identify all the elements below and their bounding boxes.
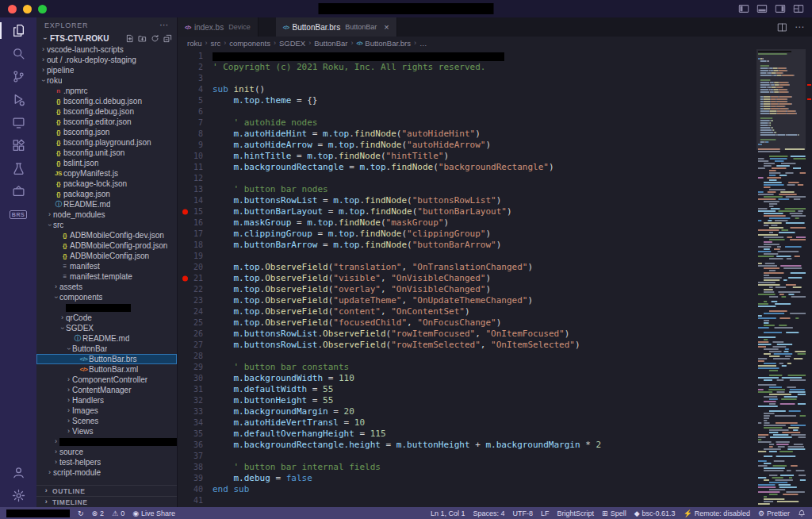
line-number[interactable]: 16 — [178, 217, 213, 229]
line-number[interactable]: 22 — [178, 284, 213, 295]
tree-item-redacted[interactable] — [36, 302, 177, 313]
status-prettier[interactable]: ⚙Prettier — [758, 509, 790, 517]
tree-item-qrcode[interactable]: ›qrCode — [36, 313, 177, 323]
layout-grid-icon[interactable] — [793, 3, 804, 14]
tree-item-bsconfig-debug-json[interactable]: {}bsconfig.debug.json — [36, 106, 177, 117]
line-number[interactable]: 12 — [178, 173, 213, 184]
line-number[interactable]: 14 — [178, 195, 213, 206]
line-number[interactable]: 25 — [178, 317, 213, 329]
project-root-row[interactable]: › FTS-CTV-ROKU — [36, 33, 177, 44]
line-number[interactable]: 34 — [178, 417, 213, 429]
tree-item-buttonbar[interactable]: ›ButtonBar — [36, 344, 177, 354]
line-number[interactable]: 5 — [178, 95, 213, 106]
breadcrumb-roku[interactable]: roku — [187, 39, 201, 48]
line-number[interactable]: 7 — [178, 117, 213, 129]
tree-item-adbmobileconfig-dev-json[interactable]: {}ADBMobileConfig-dev.json — [36, 230, 177, 240]
tree-item-components[interactable]: ›components — [36, 292, 177, 302]
tree-item-adbmobileconfig-json[interactable]: {}ADBMobileConfig.json — [36, 251, 177, 261]
status-remote-disabled[interactable]: ⚡Remote: disabled — [684, 509, 750, 517]
activity-run-debug[interactable] — [0, 88, 36, 111]
status-2[interactable]: ⊗2 — [92, 509, 105, 517]
outline-section[interactable]: › OUTLINE — [36, 485, 177, 496]
activity-accounts[interactable] — [0, 461, 36, 484]
line-number[interactable]: 18 — [178, 240, 213, 251]
timeline-section[interactable]: › TIMELINE — [36, 496, 177, 507]
tree-item-buttonbar-brs[interactable]: </>ButtonBar.brs — [36, 354, 177, 364]
line-number[interactable]: 2 — [178, 62, 213, 73]
line-number[interactable]: 9 — [178, 140, 213, 151]
tree-item-src[interactable]: ›src — [36, 220, 177, 230]
line-number[interactable]: 21 — [178, 273, 213, 284]
status-bsc-0-61-3[interactable]: ◆bsc-0.61.3 — [634, 509, 676, 517]
line-number[interactable]: 1 — [178, 51, 213, 62]
activity-search[interactable] — [0, 42, 36, 65]
minimize-window-button[interactable] — [23, 5, 32, 13]
breadcrumb-item[interactable]: … — [419, 39, 427, 48]
tree-item-npmrc[interactable]: n.npmrc — [36, 86, 177, 96]
line-number[interactable]: 6 — [178, 106, 213, 117]
line-number[interactable]: 3 — [178, 73, 213, 84]
line-number[interactable]: 24 — [178, 306, 213, 317]
tree-item-contentmanager[interactable]: ›ContentManager — [36, 385, 177, 395]
tree-item-bslint-json[interactable]: {}bslint.json — [36, 158, 177, 168]
status-0[interactable]: ⚠0 — [112, 509, 124, 517]
tree-item-out-roku-deploy-staging[interactable]: ›out / .roku-deploy-staging — [36, 55, 177, 65]
tree-item-package-json[interactable]: {}package.json — [36, 189, 177, 199]
tree-item-vscode-launch-scripts[interactable]: ›vscode-launch-scripts — [36, 44, 177, 55]
tree-item-componentcontroller[interactable]: ›ComponentController — [36, 375, 177, 385]
activity-source-control[interactable] — [0, 65, 36, 88]
line-number[interactable]: 4 — [178, 84, 213, 95]
line-number[interactable]: 10 — [178, 151, 213, 162]
activity-extensions[interactable] — [0, 134, 36, 157]
line-number[interactable]: 40 — [178, 484, 213, 495]
layout-left-icon[interactable] — [738, 3, 749, 14]
breadcrumb-sgdex[interactable]: SGDEX — [279, 39, 305, 48]
tab-buttonbar-brs[interactable]: </>ButtonBar.brsButtonBar× — [276, 17, 397, 37]
activity-explorer[interactable] — [0, 19, 36, 42]
line-number[interactable]: 8 — [178, 129, 213, 140]
code-editor[interactable]: 12' Copyright (c) 2021 Roku, Inc. All ri… — [178, 49, 812, 507]
line-number[interactable]: 27 — [178, 340, 213, 351]
line-number[interactable]: 20 — [178, 262, 213, 273]
tree-item-assets[interactable]: ›assets — [36, 282, 177, 292]
line-number[interactable]: 19 — [178, 251, 213, 262]
tree-item-views[interactable]: ›Views — [36, 426, 177, 436]
maximize-window-button[interactable] — [38, 5, 47, 13]
close-window-button[interactable] — [8, 5, 17, 13]
status-utf-8[interactable]: UTF-8 — [513, 509, 534, 517]
activity-brightscript[interactable]: BRS — [0, 203, 36, 226]
tree-item-test-helpers[interactable]: ›test-helpers — [36, 457, 177, 467]
breakpoint-icon[interactable] — [182, 276, 188, 282]
tree-item-copymanifest-js[interactable]: JScopyManifest.js — [36, 168, 177, 179]
breadcrumb-src[interactable]: src — [210, 39, 220, 48]
tree-item-bsconfig-editor-json[interactable]: {}bsconfig.editor.json — [36, 117, 177, 127]
tree-item-images[interactable]: ›Images — [36, 406, 177, 416]
line-number[interactable]: 31 — [178, 384, 213, 395]
line-number[interactable]: 15 — [178, 206, 213, 217]
tree-item-adbmobileconfig-prod-json[interactable]: {}ADBMobileConfig-prod.json — [36, 240, 177, 251]
line-number[interactable]: 36 — [178, 440, 213, 451]
line-number[interactable]: 41 — [178, 495, 213, 506]
more-actions-icon[interactable]: ⋯ — [159, 20, 169, 30]
activity-remote-explorer[interactable] — [0, 111, 36, 134]
more-actions-icon[interactable]: ⋯ — [795, 21, 804, 33]
tree-item-buttonbar-xml[interactable]: </>ButtonBar.xml — [36, 364, 177, 375]
layout-bottom-icon[interactable] — [756, 3, 768, 14]
breadcrumb-buttonbar[interactable]: ButtonBar — [314, 39, 347, 48]
new-folder-icon[interactable] — [138, 34, 147, 43]
tree-item-manifest[interactable]: ≡manifest — [36, 261, 177, 271]
line-number[interactable]: 13 — [178, 184, 213, 195]
tree-item-bsconfig-playground-json[interactable]: {}bsconfig.playground.json — [36, 137, 177, 148]
line-number[interactable]: 35 — [178, 429, 213, 440]
status-bell[interactable] — [798, 509, 806, 517]
line-number[interactable]: 32 — [178, 395, 213, 406]
split-editor-icon[interactable] — [777, 22, 787, 33]
collapse-all-icon[interactable] — [163, 34, 172, 43]
breadcrumb-components[interactable]: components — [229, 39, 270, 48]
activity-settings[interactable] — [0, 484, 36, 507]
tree-item-script-module[interactable]: ›script-module — [36, 467, 177, 478]
tree-item-pipeline[interactable]: ›pipeline — [36, 65, 177, 75]
tree-item-bsconfig-unit-json[interactable]: {}bsconfig.unit.json — [36, 148, 177, 158]
tree-item-manifest-template[interactable]: ≡manifest.template — [36, 271, 177, 282]
line-number[interactable]: 17 — [178, 229, 213, 240]
